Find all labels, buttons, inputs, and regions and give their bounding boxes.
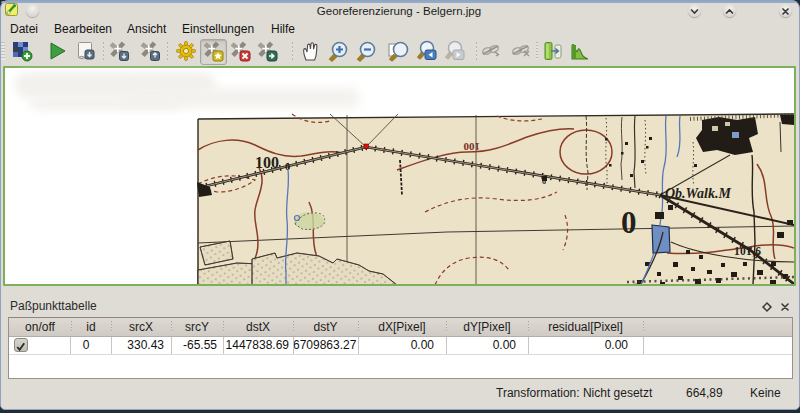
svg-text:100: 100	[463, 141, 480, 153]
svg-text:0: 0	[621, 205, 637, 240]
svg-text:6: 6	[542, 177, 546, 186]
svg-text:Ob.Walk.M: Ob.Walk.M	[665, 186, 731, 201]
svg-text:101,6: 101,6	[734, 245, 761, 257]
svg-text:0: 0	[285, 161, 290, 172]
svg-text:100: 100	[255, 154, 279, 171]
